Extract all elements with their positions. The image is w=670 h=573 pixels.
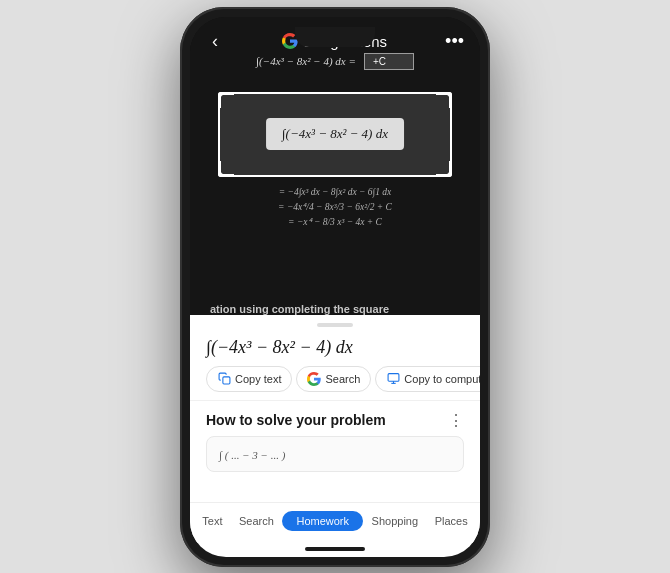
copy-text-button[interactable]: Copy text bbox=[206, 366, 292, 392]
search-button[interactable]: Search bbox=[296, 366, 371, 392]
corner-tr bbox=[436, 92, 452, 108]
nav-item-homework[interactable]: Homework bbox=[282, 511, 363, 531]
drag-indicator bbox=[317, 323, 353, 327]
svg-rect-1 bbox=[388, 374, 399, 382]
nav-text-label: Text bbox=[202, 515, 222, 527]
equation-area: ∫(−4x³ − 8x² − 4) dx Copy text bbox=[190, 331, 480, 401]
phone-screen: ‹ Google Lens ••• ∫(−4x³ − 8x² − 4) dx =… bbox=[190, 17, 480, 557]
preview-equation: ∫ ( ... − 3 − ... ) bbox=[219, 449, 285, 461]
nav-item-places[interactable]: Places bbox=[427, 513, 476, 529]
nav-item-search[interactable]: Search bbox=[231, 513, 282, 529]
google-search-icon bbox=[307, 372, 321, 386]
math-line-2: = −4x⁴/4 − 8x³/3 − 6x²/2 + C bbox=[210, 200, 460, 215]
recognized-equation: ∫(−4x³ − 8x² − 4) dx bbox=[206, 337, 464, 358]
nav-shopping-label: Shopping bbox=[372, 515, 419, 527]
copy-computer-label: Copy to computer bbox=[404, 373, 480, 385]
corner-tl bbox=[218, 92, 234, 108]
copy-icon bbox=[217, 372, 231, 386]
copy-to-computer-button[interactable]: Copy to computer bbox=[375, 366, 480, 392]
home-indicator bbox=[305, 547, 365, 551]
computer-icon bbox=[386, 372, 400, 386]
action-buttons: Copy text Search bbox=[206, 366, 464, 392]
camera-view: ‹ Google Lens ••• ∫(−4x³ − 8x² − 4) dx =… bbox=[190, 17, 480, 327]
bottom-sheet: ∫(−4x³ − 8x² − 4) dx Copy text bbox=[190, 315, 480, 557]
preview-card: ∫ ( ... − 3 − ... ) bbox=[206, 436, 464, 472]
nav-search-label: Search bbox=[239, 515, 274, 527]
bottom-navigation: Text Search Homework Shopping Places bbox=[190, 502, 480, 543]
back-button[interactable]: ‹ bbox=[206, 29, 224, 54]
phone-frame: ‹ Google Lens ••• ∫(−4x³ − 8x² − 4) dx =… bbox=[180, 7, 490, 567]
more-options-button[interactable]: ••• bbox=[445, 31, 464, 52]
nav-places-label: Places bbox=[435, 515, 468, 527]
camera-bottom-hint: ation using completing the square bbox=[190, 303, 480, 315]
nav-item-text[interactable]: Text bbox=[194, 513, 230, 529]
nav-homework-label: Homework bbox=[296, 515, 349, 527]
math-working-lines: = −4∫x³ dx − 8∫x² dx − 6∫1 dx = −4x⁴/4 −… bbox=[210, 185, 460, 231]
corner-br bbox=[436, 161, 452, 177]
copy-text-label: Copy text bbox=[235, 373, 281, 385]
corner-bl bbox=[218, 161, 234, 177]
selected-equation: ∫(−4x³ − 8x² − 4) dx bbox=[266, 118, 404, 150]
math-line-3: = −x⁴ − 8/3 x³ − 4x + C bbox=[210, 215, 460, 230]
solve-section: How to solve your problem ⋮ bbox=[190, 401, 480, 436]
selection-box: ∫(−4x³ − 8x² − 4) dx bbox=[218, 92, 452, 177]
notch bbox=[295, 27, 375, 47]
math-line-1: = −4∫x³ dx − 8∫x² dx − 6∫1 dx bbox=[210, 185, 460, 200]
nav-item-shopping[interactable]: Shopping bbox=[364, 513, 427, 529]
search-label: Search bbox=[325, 373, 360, 385]
more-options-icon[interactable]: ⋮ bbox=[448, 411, 464, 430]
solve-title: How to solve your problem bbox=[206, 412, 386, 428]
svg-rect-0 bbox=[222, 377, 229, 384]
